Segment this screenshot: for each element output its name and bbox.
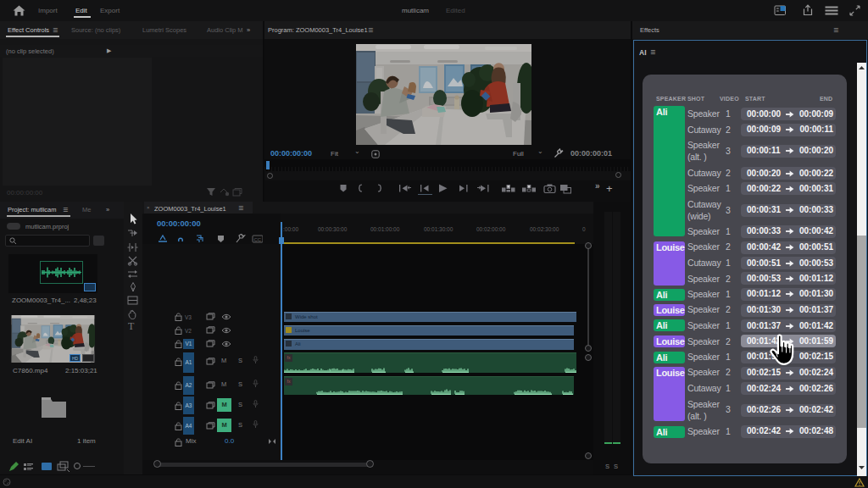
svg-text:»: » <box>595 181 600 191</box>
svg-text:CC: CC <box>254 237 262 242</box>
svg-text:+: + <box>606 182 613 195</box>
